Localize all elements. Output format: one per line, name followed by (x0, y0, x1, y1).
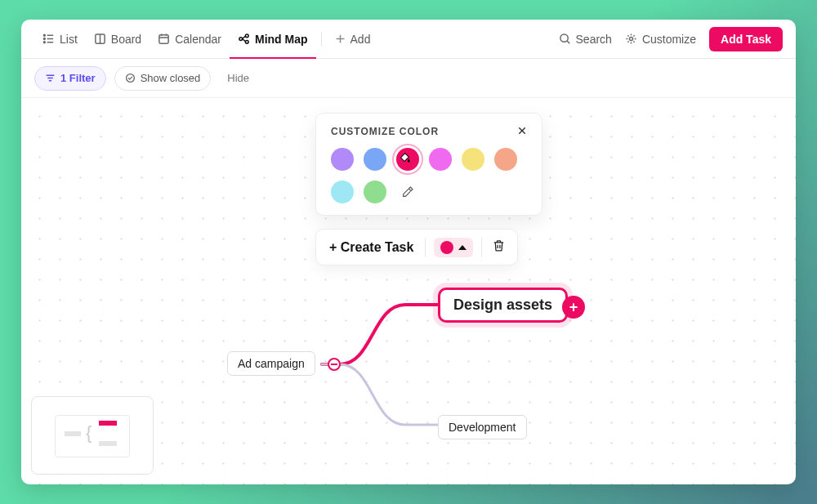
divider (481, 238, 482, 257)
tab-add-view[interactable]: Add (327, 20, 379, 58)
tab-list-label: List (60, 33, 78, 46)
minimap-node (99, 421, 117, 426)
color-dot (440, 241, 453, 254)
divider (321, 32, 322, 47)
filter-icon (45, 73, 56, 83)
add-task-label: Add Task (721, 33, 771, 46)
color-picker-button[interactable] (434, 238, 473, 257)
minimap-viewport (55, 415, 130, 457)
color-swatch-green[interactable] (364, 181, 386, 203)
mindmap-icon (238, 33, 250, 45)
customize-label: Customize (642, 33, 696, 46)
app-window: List Board Calendar Mind Map Add (21, 20, 796, 484)
tab-list[interactable]: List (34, 20, 86, 58)
mindmap-canvas[interactable]: CUSTOMIZE COLOR + Create Task (21, 98, 796, 484)
list-icon (42, 33, 55, 45)
tab-board[interactable]: Board (86, 20, 150, 58)
svg-line-16 (243, 39, 246, 42)
gear-icon (625, 33, 637, 45)
add-task-button[interactable]: Add Task (709, 27, 783, 51)
customize-action[interactable]: Customize (618, 20, 703, 58)
svg-point-21 (629, 37, 632, 40)
node-design-assets[interactable]: Design assets (438, 288, 568, 323)
minimap[interactable]: { (31, 396, 154, 475)
node-root-label: Ad campaign (238, 357, 305, 370)
svg-rect-8 (159, 35, 168, 43)
popover-close-button[interactable] (517, 125, 527, 138)
svg-point-13 (245, 34, 248, 38)
node-development-label: Development (449, 421, 516, 434)
hide-action[interactable]: Hide (219, 72, 249, 84)
svg-point-14 (245, 40, 248, 43)
divider (425, 238, 426, 257)
collapse-toggle[interactable] (328, 358, 341, 371)
search-action[interactable]: Search (552, 20, 618, 58)
minimap-brace: { (86, 424, 92, 442)
color-swatch-blue[interactable] (364, 148, 386, 171)
color-swatch-row (331, 148, 527, 203)
color-swatch-cyan[interactable] (331, 181, 354, 203)
create-task-label: + Create Task (329, 240, 413, 254)
board-icon (94, 33, 106, 45)
hide-label: Hide (227, 72, 249, 84)
tab-calendar-label: Calendar (175, 33, 221, 46)
calendar-icon (158, 33, 170, 45)
color-swatch-pink[interactable] (396, 148, 419, 171)
search-icon (559, 33, 571, 45)
minimap-node (99, 441, 117, 446)
node-toolbar: + Create Task (315, 229, 518, 265)
create-task-button[interactable]: + Create Task (326, 239, 417, 256)
svg-point-2 (43, 42, 45, 43)
color-swatch-orange[interactable] (494, 148, 517, 171)
color-swatch-yellow[interactable] (462, 148, 484, 171)
popover-title: CUSTOMIZE COLOR (331, 126, 439, 137)
plus-icon (335, 33, 346, 44)
view-tabbar: List Board Calendar Mind Map Add (21, 20, 796, 59)
node-root[interactable]: Ad campaign (227, 351, 315, 376)
filter-count-pill[interactable]: 1 Filter (34, 66, 106, 91)
tab-calendar[interactable]: Calendar (150, 20, 230, 58)
node-design-assets-label: Design assets (453, 297, 552, 313)
show-closed-pill[interactable]: Show closed (114, 66, 212, 91)
check-circle-icon (125, 73, 136, 83)
tab-add-label: Add (350, 33, 371, 46)
show-closed-label: Show closed (141, 72, 201, 84)
color-swatch-purple[interactable] (331, 148, 354, 171)
tab-mindmap-label: Mind Map (255, 33, 308, 46)
add-child-button[interactable]: + (562, 296, 585, 319)
caret-up-icon (458, 245, 467, 250)
delete-button[interactable] (490, 237, 507, 257)
eyedropper-button[interactable] (396, 181, 419, 203)
svg-line-20 (567, 41, 569, 43)
filter-count-label: 1 Filter (60, 72, 96, 84)
minimap-node (65, 431, 81, 436)
filter-bar: 1 Filter Show closed Hide (21, 59, 796, 98)
svg-point-1 (43, 38, 45, 40)
color-swatch-magenta[interactable] (429, 148, 452, 171)
svg-point-12 (239, 38, 243, 41)
tab-mindmap[interactable]: Mind Map (230, 20, 316, 58)
svg-point-19 (560, 34, 567, 42)
node-development[interactable]: Development (438, 415, 527, 439)
customize-color-popover: CUSTOMIZE COLOR (315, 113, 542, 216)
tab-board-label: Board (111, 33, 141, 46)
svg-point-0 (43, 34, 45, 36)
search-label: Search (576, 33, 612, 46)
